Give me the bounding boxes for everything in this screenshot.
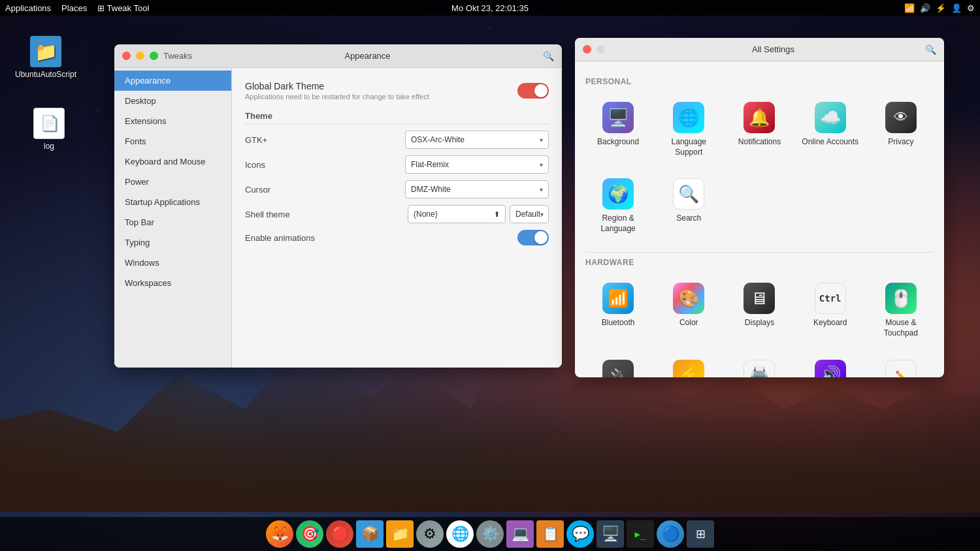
sidebar-item-top-bar[interactable]: Top Bar <box>114 212 231 232</box>
dock-item-6[interactable]: ⚙ <box>416 520 444 548</box>
settings-item-search[interactable]: 🔍 Search <box>656 170 721 242</box>
printers-icon: 🖨️ <box>743 360 775 377</box>
dock-item-12[interactable]: 🖥️ <box>596 520 624 548</box>
shell-upload-icon: ⬆ <box>494 210 500 219</box>
search-label: Search <box>676 213 701 224</box>
gtk-dropdown[interactable]: OSX-Arc-White ▾ <box>405 131 549 149</box>
background-icon: 🖥️ <box>602 102 634 133</box>
icons-dropdown-value: Flat-Remix <box>411 160 449 169</box>
shell-theme-label: Shell theme <box>245 210 323 219</box>
settings-item-wacom[interactable]: ✏️ Wacom Tablet <box>868 352 934 377</box>
places-menu[interactable]: Places <box>61 3 87 13</box>
settings-item-network[interactable]: 🔌 Network <box>585 352 651 377</box>
global-dark-theme-label: Global Dark Theme <box>245 81 517 91</box>
displays-label: Displays <box>745 318 774 328</box>
desktop-icon-log[interactable]: 📄 log <box>23 108 75 151</box>
settings-item-background[interactable]: 🖥️ Background <box>585 94 651 165</box>
settings-body: Personal 🖥️ Background 🌐 Language Suppor… <box>575 61 944 377</box>
shell-none-dropdown[interactable]: (None) ⬆ <box>408 205 506 223</box>
dock-item-chrome[interactable]: 🌐 <box>446 520 474 548</box>
global-dark-theme-sublabel: Applications need to be restarted for ch… <box>245 93 517 101</box>
wacom-icon: ✏️ <box>885 360 917 377</box>
tweaks-minimize-button[interactable] <box>136 52 144 60</box>
dock-item-4[interactable]: 📦 <box>356 520 384 548</box>
notifications-label: Notifications <box>738 137 781 148</box>
sidebar-item-power[interactable]: Power <box>114 172 231 192</box>
sidebar-item-startup[interactable]: Startup Applications <box>114 192 231 212</box>
language-icon: 🌐 <box>673 102 704 133</box>
notifications-icon: 🔔 <box>743 102 775 133</box>
applications-menu[interactable]: Applications <box>5 3 51 13</box>
dock-item-2[interactable]: 🎯 <box>296 520 323 548</box>
icons-dropdown-arrow: ▾ <box>540 161 543 168</box>
sidebar-item-fonts[interactable]: Fonts <box>114 131 231 151</box>
dock-item-14[interactable]: 🔵 <box>657 520 684 548</box>
tweaks-search-icon[interactable]: 🔍 <box>543 51 554 61</box>
tweaks-maximize-button[interactable] <box>150 52 158 60</box>
settings-search-container: 🔍 <box>831 44 936 55</box>
icons-dropdown[interactable]: Flat-Remix ▾ <box>405 155 549 174</box>
shell-default-dropdown[interactable]: Default ▾ <box>510 205 549 223</box>
sidebar-item-workspaces[interactable]: Workspaces <box>114 273 231 293</box>
folder-label: UbuntuAutoScript <box>15 70 76 79</box>
settings-item-keyboard[interactable]: Ctrl Keyboard <box>798 275 863 346</box>
language-label: Language Support <box>660 137 717 157</box>
settings-item-language[interactable]: 🌐 Language Support <box>656 94 721 165</box>
dock: 🦊 🎯 🔴 📦 📁 ⚙ 🌐 ⚙️ 💻 📋 💬 🖥️ ▶_ 🔵 ⊞ <box>0 517 980 551</box>
online-accounts-icon: ☁️ <box>815 102 846 133</box>
settings-item-online-accounts[interactable]: ☁️ Online Accounts <box>798 94 863 165</box>
settings-item-displays[interactable]: 🖥 Displays <box>727 275 792 346</box>
cursor-dropdown[interactable]: DMZ-White ▾ <box>405 180 549 198</box>
dock-item-grid[interactable]: ⊞ <box>687 520 714 548</box>
cursor-dropdown-arrow: ▾ <box>540 186 543 193</box>
dock-item-skype[interactable]: 💬 <box>566 520 594 548</box>
settings-item-sound[interactable]: 🔊 Sound <box>798 352 863 377</box>
settings-item-bluetooth[interactable]: 📶 Bluetooth <box>585 275 651 346</box>
sidebar-item-extensions[interactable]: Extensions <box>114 111 231 131</box>
dock-item-8[interactable]: ⚙️ <box>476 520 504 548</box>
settings-close-button[interactable] <box>583 45 591 54</box>
dock-item-firefox[interactable]: 🦊 <box>266 520 293 548</box>
settings-item-color[interactable]: 🎨 Color <box>656 275 721 346</box>
settings-item-mouse[interactable]: 🖱️ Mouse & Touchpad <box>868 275 934 346</box>
sidebar-item-windows[interactable]: Windows <box>114 253 231 273</box>
sidebar-item-typing[interactable]: Typing <box>114 232 231 253</box>
network-icon: 📶 <box>904 3 915 13</box>
color-icon: 🎨 <box>673 283 704 314</box>
sound-icon: 🔊 <box>815 360 846 377</box>
settings-item-notifications[interactable]: 🔔 Notifications <box>727 94 792 165</box>
settings-item-printers[interactable]: 🖨️ Printers <box>727 352 792 377</box>
sidebar-item-desktop[interactable]: Desktop <box>114 91 231 111</box>
privacy-label: Privacy <box>888 137 913 148</box>
tweaks-close-button[interactable] <box>122 52 131 60</box>
region-icon: 🌍 <box>602 178 634 210</box>
dock-item-9[interactable]: 💻 <box>506 520 534 548</box>
sidebar-item-appearance[interactable]: Appearance <box>114 71 231 91</box>
topbar: Applications Places ⊞ Tweak Tool Mo Okt … <box>0 0 980 16</box>
desktop-icon-folder[interactable]: 📁 UbuntuAutoScript <box>20 36 72 79</box>
shell-theme-row: Shell theme (None) ⬆ Default ▾ <box>245 205 549 223</box>
dock-item-3[interactable]: 🔴 <box>326 520 353 548</box>
dock-item-10[interactable]: 📋 <box>536 520 564 548</box>
tweak-tool-menu[interactable]: ⊞ Tweak Tool <box>97 3 149 13</box>
settings-minimize-button[interactable] <box>596 45 605 54</box>
settings-search-button[interactable]: 🔍 <box>925 44 936 55</box>
settings-item-power[interactable]: ⚡ Power <box>656 352 721 377</box>
personal-grid: 🖥️ Background 🌐 Language Support 🔔 Notif… <box>585 94 934 165</box>
dock-item-files[interactable]: 📁 <box>386 520 414 548</box>
global-dark-theme-toggle[interactable] <box>517 83 549 99</box>
tweaks-window: Tweaks Appearance 🔍 Appearance Desktop E… <box>114 44 562 368</box>
animations-toggle[interactable] <box>517 230 549 245</box>
volume-icon: 🔊 <box>920 3 930 13</box>
theme-section-heading: Theme <box>245 111 549 124</box>
settings-item-region[interactable]: 🌍 Region & Language <box>585 170 651 242</box>
animations-label: Enable animations <box>245 233 323 243</box>
search-icon: 🔍 <box>673 178 704 210</box>
sidebar-item-keyboard-mouse[interactable]: Keyboard and Mouse <box>114 151 231 172</box>
privacy-icon: 👁 <box>885 102 917 133</box>
mouse-icon: 🖱️ <box>885 283 917 314</box>
dock-item-terminal[interactable]: ▶_ <box>627 520 654 548</box>
power-icon: ⚡ <box>936 3 946 13</box>
settings-titlebar: All Settings 🔍 <box>575 38 944 61</box>
settings-item-privacy[interactable]: 👁 Privacy <box>868 94 934 165</box>
